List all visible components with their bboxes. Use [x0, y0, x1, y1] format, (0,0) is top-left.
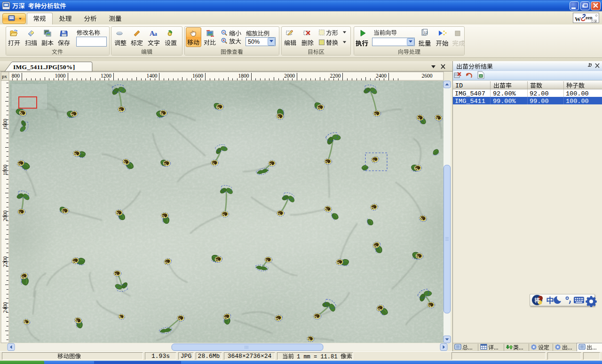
svg-text:1800: 1800: [2, 165, 8, 175]
svg-text:2200: 2200: [2, 256, 8, 267]
svg-text:50%: 50%: [248, 39, 260, 45]
svg-text:2200: 2200: [330, 73, 341, 79]
svg-text:IMG_5407: IMG_5407: [455, 90, 485, 97]
svg-text:1800: 1800: [238, 73, 249, 79]
svg-text:2000: 2000: [2, 210, 8, 221]
svg-text:IMG_5411: IMG_5411: [455, 98, 485, 105]
svg-text:1600: 1600: [192, 73, 203, 79]
svg-text:2600: 2600: [422, 73, 433, 79]
svg-text:1 mm = 11.81: 1 mm = 11.81: [297, 354, 337, 360]
svg-text:een: een: [586, 15, 593, 20]
svg-text:1400: 1400: [147, 73, 158, 79]
svg-text:99.00%: 99.00%: [493, 98, 516, 105]
svg-text:800: 800: [12, 73, 20, 79]
svg-text:12: 12: [424, 31, 428, 35]
svg-text:px: px: [2, 73, 8, 79]
svg-text:a: a: [154, 31, 157, 37]
svg-text:100.00: 100.00: [566, 90, 589, 97]
svg-text:2000: 2000: [284, 73, 295, 79]
svg-text:100.00: 100.00: [566, 98, 589, 105]
svg-text:IMG_5411.JPG[50%]: IMG_5411.JPG[50%]: [13, 63, 75, 71]
svg-text:ID: ID: [455, 82, 463, 89]
svg-text:1000: 1000: [55, 73, 66, 79]
svg-text:92.00%: 92.00%: [493, 90, 516, 97]
svg-text:1200: 1200: [101, 73, 111, 79]
svg-text:2400: 2400: [2, 302, 8, 313]
svg-text:2400: 2400: [376, 73, 387, 79]
svg-text:92.00: 92.00: [530, 90, 549, 97]
svg-text:W: W: [575, 16, 581, 23]
svg-text:99.00: 99.00: [530, 98, 549, 105]
svg-text:1600: 1600: [2, 119, 8, 129]
